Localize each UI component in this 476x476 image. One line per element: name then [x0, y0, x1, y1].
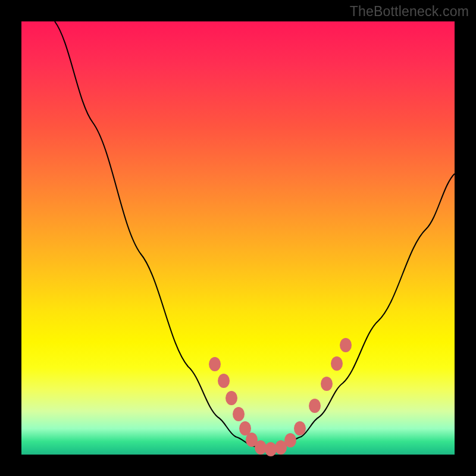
curve-bead — [209, 357, 221, 371]
chart-frame: TheBottleneck.com — [0, 0, 476, 476]
curve-bead — [284, 433, 296, 447]
bottleneck-curve — [55, 21, 455, 450]
curve-svg — [21, 21, 455, 455]
curve-bead — [331, 356, 343, 371]
curve-markers — [209, 338, 352, 456]
curve-bead — [321, 377, 333, 391]
curve-bead — [309, 399, 321, 413]
curve-bead — [255, 440, 267, 455]
curve-bead — [265, 442, 277, 456]
curve-bead — [294, 421, 306, 436]
plot-area — [21, 21, 455, 455]
curve-bead — [218, 374, 230, 388]
curve-bead — [233, 407, 245, 421]
curve-bead — [226, 391, 237, 405]
curve-bead — [340, 338, 352, 352]
watermark-text: TheBottleneck.com — [350, 4, 469, 20]
